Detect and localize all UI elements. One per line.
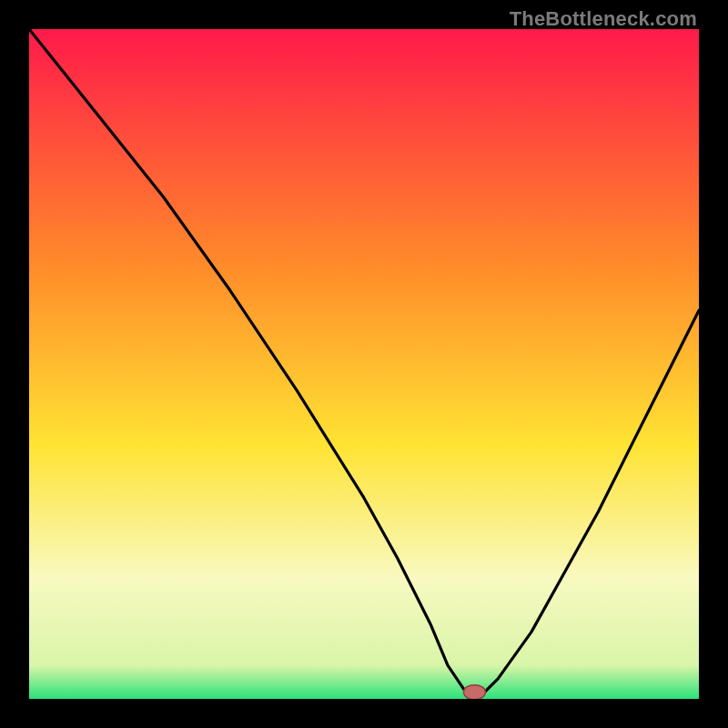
chart-frame: TheBottleneck.com bbox=[0, 0, 728, 728]
watermark-text: TheBottleneck.com bbox=[510, 7, 697, 31]
bottleneck-chart bbox=[29, 29, 699, 699]
optimum-marker bbox=[463, 685, 485, 699]
plot-area bbox=[29, 29, 699, 699]
gradient-background bbox=[29, 29, 699, 699]
